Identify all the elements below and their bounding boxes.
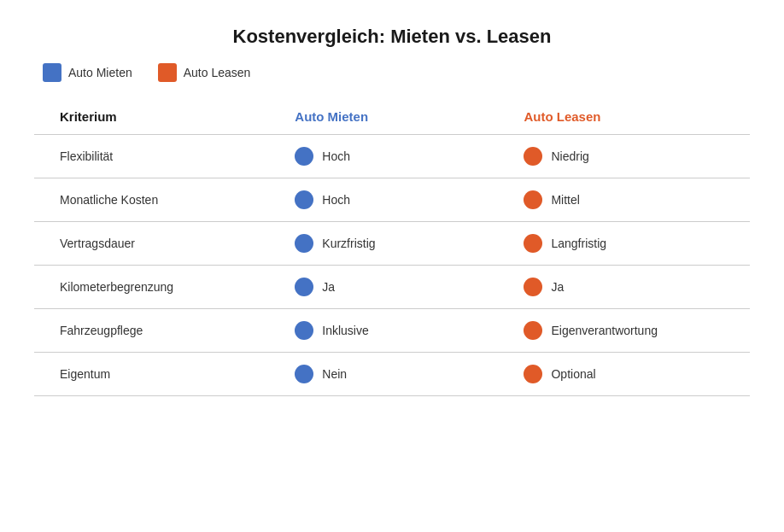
leasen-value: Niedrig [551,149,588,163]
legend-mieten-color [43,63,61,82]
th-mieten: Auto Mieten [284,101,513,135]
dot-orange [524,278,542,296]
leasen-value: Ja [551,280,564,294]
cell-mieten: Inklusive [284,309,513,353]
dot-blue [295,147,313,166]
dot-orange [524,234,542,253]
leasen-value: Eigenverantwortung [551,324,658,337]
cell-mieten: Hoch [284,135,513,178]
cell-leasen: Eigenverantwortung [513,309,750,353]
cell-leasen: Ja [513,266,750,309]
th-leasen: Auto Leasen [513,101,750,135]
page-title: Kostenvergleich: Mieten vs. Leasen [34,26,750,48]
cell-mieten: Hoch [284,178,513,222]
legend-leasen-color [158,63,177,82]
cell-mieten: Ja [284,266,513,309]
dot-blue [295,278,313,296]
table-row: EigentumNeinOptional [34,353,750,396]
cell-kriterium: Eigentum [34,353,284,396]
cell-leasen: Mittel [513,178,750,222]
cell-leasen: Langfristig [513,222,750,266]
dot-orange [524,365,542,383]
cell-kriterium: Flexibilität [34,135,284,178]
cell-kriterium: Kilometerbegrenzung [34,266,284,309]
mieten-value: Hoch [322,193,350,207]
mieten-value: Nein [322,367,347,381]
comparison-table: Kriterium Auto Mieten Auto Leasen Flexib… [34,101,750,396]
legend-leasen-label: Auto Leasen [184,66,251,79]
mieten-value: Hoch [322,149,350,163]
dot-blue [295,190,313,209]
dot-orange [524,321,542,340]
cell-leasen: Niedrig [513,135,750,178]
table-row: FahrzeugpflegeInklusiveEigenverantwortun… [34,309,750,353]
cell-mieten: Nein [284,353,513,396]
table-row: Monatliche KostenHochMittel [34,178,750,222]
legend-leasen: Auto Leasen [158,63,251,82]
legend: Auto Mieten Auto Leasen [43,63,750,82]
dot-blue [295,365,313,383]
legend-mieten-label: Auto Mieten [68,66,132,79]
mieten-value: Kurzfristig [322,237,375,250]
leasen-value: Mittel [551,193,579,207]
dot-blue [295,321,313,340]
table-row: FlexibilitätHochNiedrig [34,135,750,178]
legend-mieten: Auto Mieten [43,63,132,82]
table-row: KilometerbegrenzungJaJa [34,266,750,309]
mieten-value: Inklusive [322,324,368,337]
dot-blue [295,234,313,253]
cell-kriterium: Vertragsdauer [34,222,284,266]
mieten-value: Ja [322,280,335,294]
dot-orange [524,190,542,209]
table-row: VertragsdauerKurzfristigLangfristig [34,222,750,266]
leasen-value: Optional [551,367,595,381]
cell-mieten: Kurzfristig [284,222,513,266]
leasen-value: Langfristig [551,237,606,250]
cell-kriterium: Monatliche Kosten [34,178,284,222]
cell-leasen: Optional [513,353,750,396]
table-header-row: Kriterium Auto Mieten Auto Leasen [34,101,750,135]
cell-kriterium: Fahrzeugpflege [34,309,284,353]
th-kriterium: Kriterium [34,101,284,135]
dot-orange [524,147,542,166]
